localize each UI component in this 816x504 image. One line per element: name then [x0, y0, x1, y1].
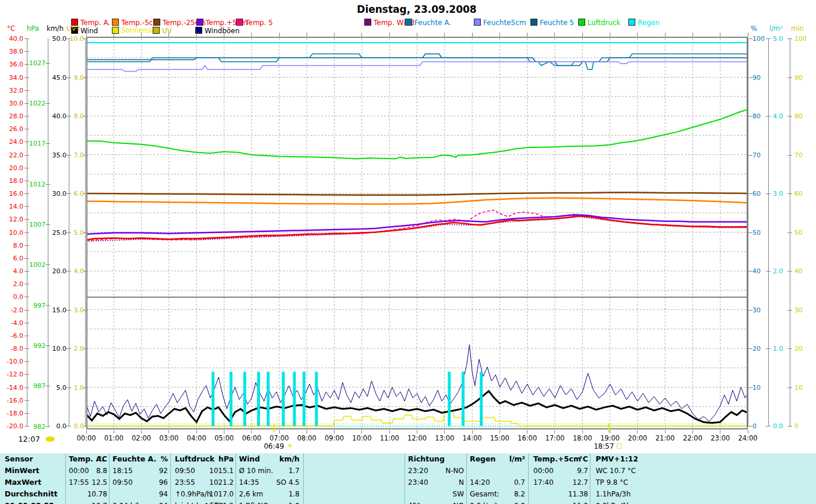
- x-axis-tick-bottom: [86, 430, 87, 433]
- axis-tick-label-temperature: -16.0: [7, 397, 23, 403]
- table-cell-value: SW: [453, 491, 464, 498]
- weather-station-window: Dienstag, 23.09.2008 Temp. A.Temp.-5cmTe…: [0, 0, 816, 504]
- axis-tick-temperature: [24, 400, 29, 401]
- table-cell-value: 0.7: [514, 479, 525, 486]
- axis-tick-sunshine-minutes: [787, 310, 792, 311]
- axis-tick-wind-speed: [66, 155, 71, 156]
- axis-tick-label-temperature: 36.0: [9, 61, 24, 68]
- axis-tick-label-temperature: 22.0: [9, 151, 24, 158]
- x-axis-tick-top: [665, 33, 666, 37]
- legend-swatch-icon: [474, 19, 481, 26]
- axis-tick-temperature: [24, 64, 29, 65]
- axis-tick-label-sunshine-minutes: 40: [794, 268, 803, 274]
- axis-tick-temperature: [24, 297, 29, 297]
- axis-tick-label-temperature: 20.0: [9, 164, 24, 171]
- axis-tick-label-humidity: 50: [752, 229, 761, 235]
- sunset-icon: [617, 443, 622, 449]
- axis-tick-wind-speed: [66, 348, 71, 349]
- table-divider: [109, 453, 110, 504]
- axis-tick-label-uv-index: 5.0: [74, 229, 85, 235]
- rain-bar: [462, 372, 465, 426]
- x-axis-tick-bottom: [251, 430, 252, 433]
- table-header: Richtung: [408, 456, 445, 463]
- legend-swatch-icon: [153, 19, 160, 26]
- axis-tick-temperature: [24, 155, 29, 156]
- table-row-label: Durchschnitt: [5, 491, 58, 498]
- x-axis-tick-bottom: [279, 430, 280, 433]
- axis-tick-label-temperature: 10.0: [9, 229, 24, 235]
- axis-tick-temperature: [24, 219, 29, 220]
- axis-tick-label-sunshine-minutes: 70: [794, 151, 803, 158]
- axis-tick-sunshine-minutes: [787, 387, 792, 388]
- axis-line-pressure: [48, 38, 48, 427]
- axis-tick-label-temperature: 40.0: [9, 36, 24, 42]
- x-axis-tick-bottom: [361, 430, 362, 433]
- table-cell-value: 8.2: [514, 491, 525, 498]
- axis-tick-label-wind-speed: 5.0: [57, 384, 67, 390]
- axis-tick-pressure: [45, 305, 50, 306]
- x-axis-label: 07:00: [269, 434, 289, 442]
- x-axis-tick-bottom: [637, 430, 638, 433]
- axis-tick-temperature: [24, 310, 29, 311]
- axis-tick-label-sunshine-minutes: 0: [794, 423, 799, 429]
- axis-unit-rain-amount: l/m²: [769, 26, 783, 33]
- x-axis-tick-top: [361, 33, 362, 37]
- x-axis-label: 06:00: [242, 434, 261, 442]
- table-cell-value: 9.7: [577, 467, 588, 474]
- axis-tick-sunshine-minutes: [787, 116, 792, 117]
- x-axis-label: 03:00: [159, 434, 178, 442]
- axis-tick-label-pressure: 992: [33, 343, 45, 349]
- axis-tick-label-temperature: -10.0: [7, 358, 23, 365]
- legend-swatch-icon: [236, 19, 243, 26]
- table-cell: 17:40: [533, 479, 554, 486]
- axis-tick-label-uv-index: 9.0: [74, 74, 85, 80]
- rain-bar: [448, 372, 451, 426]
- legend-swatch-icon: [153, 27, 160, 34]
- x-axis-tick-top: [86, 33, 87, 37]
- summary-table: SensorTemp. A.°CFeuchte A.%LuftdruckhPaW…: [0, 453, 816, 504]
- rain-bar: [267, 372, 270, 426]
- axis-tick-humidity: [748, 116, 752, 117]
- axis-tick-label-pressure: 1007: [29, 221, 45, 228]
- axis-tick-label-temperature: -14.0: [7, 384, 23, 390]
- x-axis-label: 20:00: [628, 434, 647, 442]
- axis-tick-wind-speed: [66, 426, 71, 427]
- axis-tick-label-wind-speed: 25.0: [52, 229, 67, 235]
- axis-tick-label-sunshine-minutes: 20: [794, 346, 803, 352]
- axis-tick-label-temperature: -6.0: [11, 332, 23, 339]
- axis-tick-humidity: [748, 426, 752, 427]
- axis-tick-wind-speed: [66, 193, 71, 194]
- axis-tick-humidity: [748, 387, 752, 388]
- axis-tick-label-wind-speed: 45.0: [52, 74, 67, 80]
- x-axis-label: 15:00: [490, 434, 509, 442]
- rain-bar: [230, 372, 233, 426]
- axis-tick-label-sunshine-minutes: 10: [794, 384, 803, 390]
- x-axis-tick-top: [720, 33, 720, 37]
- axis-tick-temperature: [24, 142, 29, 142]
- axis-tick-label-temperature: 38.0: [9, 48, 24, 55]
- axis-tick-label-uv-index: 3.0: [74, 306, 85, 313]
- axis-tick-label-wind-speed: 20.0: [52, 268, 67, 274]
- x-axis-tick-top: [610, 33, 610, 37]
- axis-tick-temperature: [24, 426, 29, 427]
- axis-tick-humidity: [748, 232, 752, 233]
- axis-tick-label-uv-index: 4.0: [74, 268, 85, 274]
- axis-tick-label-temperature: -4.0: [11, 319, 23, 326]
- axis-tick-wind-speed: [66, 387, 71, 388]
- axis-tick-pressure: [45, 103, 50, 104]
- axis-tick-pressure: [45, 346, 50, 346]
- x-axis-tick-bottom: [444, 430, 445, 433]
- x-axis-label: 01:00: [104, 434, 124, 442]
- x-axis-tick-bottom: [582, 430, 583, 433]
- axis-tick-label-temperature: 0.0: [13, 294, 24, 300]
- x-axis-label: 13:00: [435, 434, 454, 442]
- x-axis-tick-bottom: [610, 430, 610, 433]
- table-cell-value: 8.8: [96, 467, 107, 474]
- axis-tick-label-pressure: 987: [33, 383, 45, 389]
- table-divider: [303, 453, 304, 504]
- axis-tick-label-pressure: 1002: [29, 262, 45, 268]
- table-row-label: MaxWert: [5, 479, 41, 487]
- legend-item-sonnenschein: Sonnenschein: [112, 27, 154, 34]
- x-axis-tick-top: [444, 33, 445, 37]
- x-axis-tick-bottom: [417, 430, 417, 433]
